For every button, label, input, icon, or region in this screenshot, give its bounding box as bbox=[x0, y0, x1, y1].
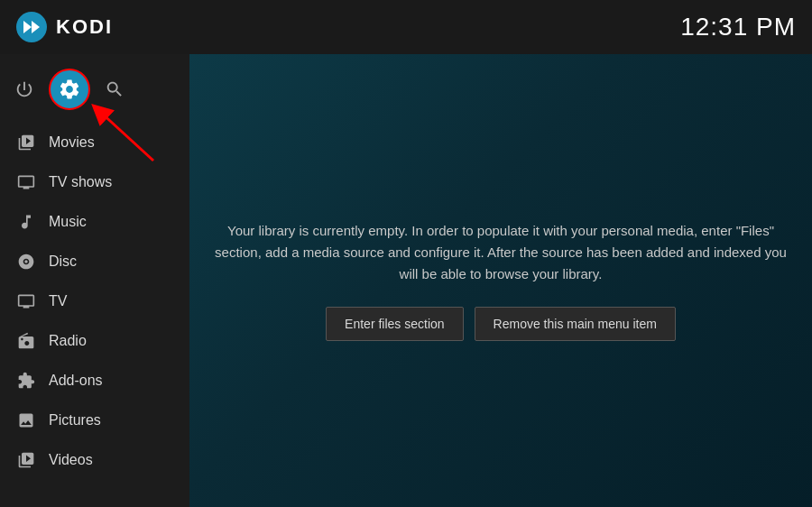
addons-label: Add-ons bbox=[49, 373, 103, 389]
kodi-logo-icon bbox=[16, 12, 47, 42]
app-title: KODI bbox=[56, 15, 113, 39]
clock: 12:31 PM bbox=[680, 13, 796, 41]
tv-label: TV bbox=[49, 293, 67, 309]
tv-icon bbox=[16, 291, 36, 311]
videos-icon bbox=[16, 450, 36, 470]
sidebar-item-addons[interactable]: Add-ons bbox=[0, 361, 189, 401]
content-area: Your library is currently empty. In orde… bbox=[189, 54, 812, 507]
tvshows-label: TV shows bbox=[49, 174, 112, 190]
sidebar-nav: Movies TV shows Music bbox=[0, 123, 189, 480]
radio-icon bbox=[16, 331, 36, 351]
search-button[interactable] bbox=[105, 79, 125, 99]
disc-icon bbox=[16, 252, 36, 272]
sidebar: Movies TV shows Music bbox=[0, 54, 189, 507]
disc-label: Disc bbox=[49, 254, 77, 270]
settings-button[interactable] bbox=[49, 69, 90, 110]
radio-label: Radio bbox=[49, 333, 87, 349]
action-buttons: Enter files section Remove this main men… bbox=[212, 307, 789, 341]
sidebar-item-tvshows[interactable]: TV shows bbox=[0, 162, 189, 202]
sidebar-item-music[interactable]: Music bbox=[0, 202, 189, 242]
enter-files-button[interactable]: Enter files section bbox=[326, 307, 464, 341]
remove-menu-item-button[interactable]: Remove this main menu item bbox=[475, 307, 676, 341]
sidebar-item-movies[interactable]: Movies bbox=[0, 123, 189, 162]
tvshows-icon bbox=[16, 172, 36, 192]
header: KODI 12:31 PM bbox=[0, 0, 812, 54]
sidebar-top-icons bbox=[0, 63, 189, 123]
library-message: Your library is currently empty. In orde… bbox=[212, 220, 789, 285]
power-button[interactable] bbox=[14, 79, 34, 99]
sidebar-item-tv[interactable]: TV bbox=[0, 281, 189, 321]
music-label: Music bbox=[49, 214, 87, 230]
movies-icon bbox=[16, 133, 36, 152]
sidebar-item-disc[interactable]: Disc bbox=[0, 242, 189, 281]
sidebar-item-pictures[interactable]: Pictures bbox=[0, 401, 189, 440]
sidebar-item-videos[interactable]: Videos bbox=[0, 440, 189, 480]
pictures-icon bbox=[16, 410, 36, 430]
videos-label: Videos bbox=[49, 452, 93, 468]
movies-label: Movies bbox=[49, 134, 95, 151]
main-layout: Movies TV shows Music bbox=[0, 54, 812, 507]
pictures-label: Pictures bbox=[49, 412, 101, 429]
sidebar-item-radio[interactable]: Radio bbox=[0, 321, 189, 361]
addons-icon bbox=[16, 371, 36, 391]
music-icon bbox=[16, 212, 36, 232]
content-inner: Your library is currently empty. In orde… bbox=[212, 220, 789, 341]
header-left: KODI bbox=[16, 12, 113, 42]
